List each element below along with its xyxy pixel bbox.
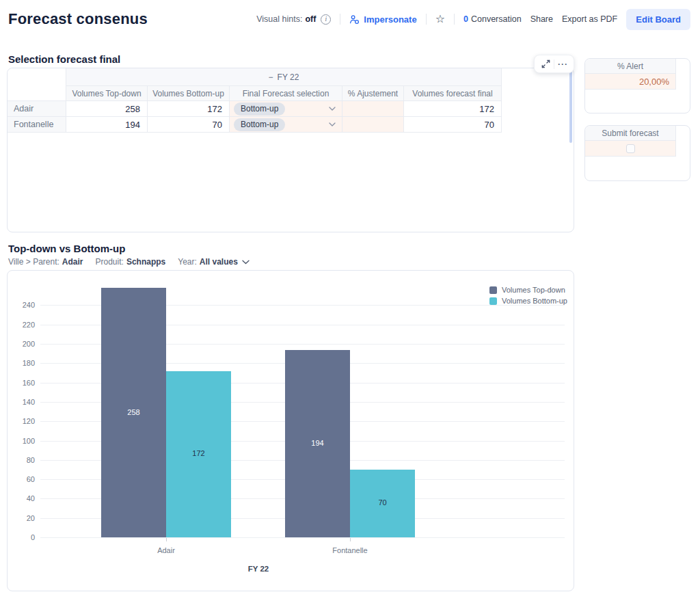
y-axis-tick-label: 60	[8, 475, 35, 483]
y-axis-tick-label: 80	[8, 456, 35, 464]
column-header: % Ajustement	[342, 86, 404, 101]
filter-label: Ville > Parent:	[8, 257, 59, 267]
visual-hints: Visual hints: off i	[256, 14, 331, 25]
row-header: Adair	[8, 101, 66, 117]
selection-pill: Bottom-up	[234, 118, 285, 131]
filter-value: All values	[200, 257, 238, 267]
table-corner-cell	[8, 68, 66, 101]
legend-item[interactable]: Volumes Top-down	[489, 286, 567, 294]
y-axis-tick-label: 160	[8, 379, 35, 387]
legend-swatch	[489, 286, 497, 294]
chart-widget-title: Top-down vs Bottom-up	[8, 243, 125, 254]
cell-volumes-top-down[interactable]: 194	[66, 117, 148, 133]
alert-card: % Alert 20,00%	[584, 58, 690, 113]
y-axis-tick-label: 100	[8, 437, 35, 445]
filter-label: Year:	[178, 257, 197, 267]
vertical-scrollbar[interactable]	[569, 71, 572, 143]
divider	[426, 14, 427, 25]
impersonate-person-icon	[349, 14, 360, 25]
legend-label: Volumes Bottom-up	[502, 297, 567, 305]
top-bar-actions: Visual hints: off i Impersonate ☆ 0 Conv…	[256, 9, 690, 30]
conversation-button[interactable]: 0 Conversation	[463, 14, 522, 24]
expand-icon[interactable]	[537, 56, 554, 72]
table-widget-title: Selection forecast final	[8, 53, 120, 65]
cell-volumes-bottom-up[interactable]: 70	[148, 117, 230, 133]
conversation-label: Conversation	[471, 14, 522, 24]
filter-year-dropdown[interactable]: Year: All values	[178, 257, 250, 267]
chevron-down-icon	[242, 260, 250, 265]
table-row: Fontanelle19470Bottom-up70	[8, 117, 502, 133]
column-header: Volumes forecast final	[404, 86, 502, 101]
table-column-header-row: Volumes Top-downVolumes Bottom-upFinal F…	[66, 86, 502, 101]
cell-volumes-top-down[interactable]: 258	[66, 101, 148, 117]
y-axis-tick-label: 220	[8, 321, 35, 329]
legend-swatch	[489, 297, 497, 305]
page-title: Forecast consenus	[8, 10, 148, 28]
x-axis-tick	[350, 538, 351, 541]
cell-pct-ajustement[interactable]	[342, 101, 404, 117]
divider	[340, 14, 340, 25]
cell-final-forecast-selection[interactable]: Bottom-up	[230, 101, 342, 117]
impersonate-label: Impersonate	[364, 14, 416, 25]
cell-pct-ajustement[interactable]	[342, 117, 404, 133]
y-axis-tick-label: 240	[8, 301, 35, 309]
bar-value-label: 172	[166, 449, 231, 457]
cell-volumes-forecast-final[interactable]: 70	[404, 117, 502, 133]
share-button[interactable]: Share	[530, 14, 553, 24]
x-axis-tick	[166, 538, 167, 541]
ellipsis-icon[interactable]: ⋯	[554, 56, 571, 72]
x-axis-category-label: Fontanelle	[302, 546, 398, 554]
cell-volumes-bottom-up[interactable]: 172	[148, 101, 230, 117]
bar-value-label: 194	[285, 439, 350, 447]
impersonate-button[interactable]: Impersonate	[349, 14, 416, 25]
visual-hints-label: Visual hints:	[256, 14, 302, 24]
chevron-down-icon	[329, 107, 336, 111]
x-axis-title: FY 22	[217, 565, 299, 573]
top-bar: Forecast consenus Visual hints: off i Im…	[0, 0, 700, 38]
filter-label: Produit:	[96, 257, 124, 267]
selection-forecast-card: − FY 22 Volumes Top-downVolumes Bottom-u…	[7, 68, 574, 232]
widget-toolbar: ⋯	[534, 55, 574, 73]
x-axis-category-label: Adair	[118, 546, 214, 554]
selection-pill: Bottom-up	[234, 103, 285, 116]
chevron-down-icon	[329, 122, 336, 126]
chart-legend: Volumes Top-downVolumes Bottom-up	[489, 286, 567, 305]
submit-forecast-checkbox[interactable]	[626, 144, 635, 153]
selection-forecast-table: − FY 22 Volumes Top-downVolumes Bottom-u…	[8, 68, 502, 133]
y-axis-tick-label: 140	[8, 398, 35, 406]
submit-forecast-card: Submit forecast	[584, 125, 690, 181]
star-icon[interactable]: ☆	[435, 14, 445, 25]
filter-produit: Produit: Schnapps	[96, 257, 166, 267]
group-label: FY 22	[278, 72, 299, 82]
y-axis-tick-label: 120	[8, 417, 35, 425]
y-axis-tick-label: 40	[8, 494, 35, 502]
legend-label: Volumes Top-down	[502, 286, 565, 294]
y-axis-tick-label: 180	[8, 359, 35, 367]
column-header: Volumes Top-down	[66, 86, 148, 101]
y-axis-tick-label: 0	[8, 533, 35, 541]
table-group-header-fy22[interactable]: − FY 22	[66, 68, 502, 86]
chart-filters: Ville > Parent: Adair Produit: Schnapps …	[8, 257, 250, 267]
gridline	[40, 537, 565, 538]
cell-final-forecast-selection[interactable]: Bottom-up	[230, 117, 342, 133]
visual-hints-value: off	[305, 14, 316, 24]
column-header: Volumes Bottom-up	[148, 86, 230, 101]
conversation-count: 0	[463, 14, 468, 24]
board-page: Forecast consenus Visual hints: off i Im…	[0, 0, 700, 605]
alert-value-cell[interactable]: 20,00%	[585, 74, 676, 90]
table-row: Adair258172Bottom-up172	[8, 101, 502, 117]
bar-chart-card: 020406080100120140160180200220240258172A…	[7, 270, 574, 591]
info-icon[interactable]: i	[321, 14, 331, 25]
row-header: Fontanelle	[8, 117, 66, 133]
table-group-row: − FY 22	[66, 68, 502, 86]
collapse-icon[interactable]: −	[269, 72, 273, 82]
bar-chart-plot: 020406080100120140160180200220240258172A…	[8, 271, 574, 591]
legend-item[interactable]: Volumes Bottom-up	[489, 297, 567, 305]
y-axis-tick-label: 200	[8, 340, 35, 348]
submit-forecast-header: Submit forecast	[585, 126, 676, 141]
bar-value-label: 258	[101, 408, 166, 416]
export-pdf-button[interactable]: Export as PDF	[562, 14, 617, 24]
alert-card-header: % Alert	[585, 59, 676, 74]
cell-volumes-forecast-final[interactable]: 172	[404, 101, 502, 117]
edit-board-button[interactable]: Edit Board	[626, 9, 690, 30]
